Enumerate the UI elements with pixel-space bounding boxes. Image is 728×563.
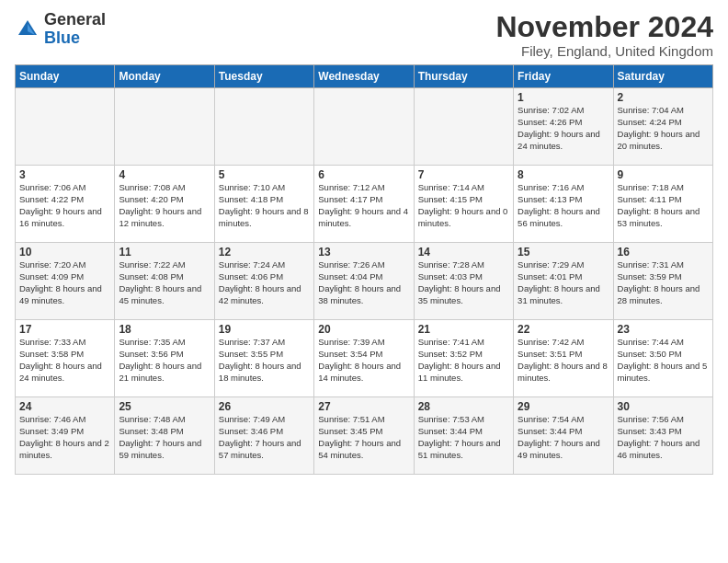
day-number: 22 xyxy=(518,323,609,336)
day-info: Sunrise: 7:18 AM Sunset: 4:11 PM Dayligh… xyxy=(618,182,709,229)
day-info: Sunrise: 7:28 AM Sunset: 4:03 PM Dayligh… xyxy=(418,259,509,306)
day-number: 16 xyxy=(618,246,709,259)
day-number: 12 xyxy=(219,246,310,259)
calendar-cell: 28Sunrise: 7:53 AM Sunset: 3:44 PM Dayli… xyxy=(414,397,513,475)
calendar-week-1: 1Sunrise: 7:02 AM Sunset: 4:26 PM Daylig… xyxy=(16,88,713,166)
calendar-cell: 30Sunrise: 7:56 AM Sunset: 3:43 PM Dayli… xyxy=(613,397,712,475)
calendar-week-5: 24Sunrise: 7:46 AM Sunset: 3:49 PM Dayli… xyxy=(16,397,713,475)
day-info: Sunrise: 7:20 AM Sunset: 4:09 PM Dayligh… xyxy=(19,259,110,306)
day-info: Sunrise: 7:02 AM Sunset: 4:26 PM Dayligh… xyxy=(518,105,609,152)
day-info: Sunrise: 7:48 AM Sunset: 3:48 PM Dayligh… xyxy=(119,414,210,461)
page: General Blue November 2024 Filey, Englan… xyxy=(0,0,728,563)
calendar-cell: 17Sunrise: 7:33 AM Sunset: 3:58 PM Dayli… xyxy=(16,320,115,397)
day-number: 10 xyxy=(19,246,110,259)
header-row: Sunday Monday Tuesday Wednesday Thursday… xyxy=(16,65,713,88)
day-info: Sunrise: 7:22 AM Sunset: 4:08 PM Dayligh… xyxy=(119,259,210,306)
calendar-cell: 10Sunrise: 7:20 AM Sunset: 4:09 PM Dayli… xyxy=(16,243,115,320)
day-info: Sunrise: 7:29 AM Sunset: 4:01 PM Dayligh… xyxy=(518,259,609,306)
day-info: Sunrise: 7:33 AM Sunset: 3:58 PM Dayligh… xyxy=(19,337,110,384)
calendar-cell xyxy=(214,88,313,166)
day-number: 29 xyxy=(518,400,609,413)
day-number: 28 xyxy=(418,400,509,413)
day-number: 1 xyxy=(518,91,609,104)
calendar-cell: 3Sunrise: 7:06 AM Sunset: 4:22 PM Daylig… xyxy=(16,166,115,243)
day-info: Sunrise: 7:49 AM Sunset: 3:46 PM Dayligh… xyxy=(219,414,310,461)
day-number: 7 xyxy=(418,168,509,181)
day-number: 4 xyxy=(119,168,210,181)
day-info: Sunrise: 7:56 AM Sunset: 3:43 PM Dayligh… xyxy=(618,414,709,461)
calendar-cell: 22Sunrise: 7:42 AM Sunset: 3:51 PM Dayli… xyxy=(514,320,613,397)
calendar-cell: 12Sunrise: 7:24 AM Sunset: 4:06 PM Dayli… xyxy=(214,243,313,320)
calendar-cell xyxy=(314,88,414,166)
calendar-cell: 13Sunrise: 7:26 AM Sunset: 4:04 PM Dayli… xyxy=(314,243,414,320)
day-number: 6 xyxy=(318,168,409,181)
day-info: Sunrise: 7:24 AM Sunset: 4:06 PM Dayligh… xyxy=(219,259,310,306)
calendar-cell: 27Sunrise: 7:51 AM Sunset: 3:45 PM Dayli… xyxy=(314,397,414,475)
calendar-cell: 29Sunrise: 7:54 AM Sunset: 3:44 PM Dayli… xyxy=(514,397,613,475)
calendar-cell: 11Sunrise: 7:22 AM Sunset: 4:08 PM Dayli… xyxy=(115,243,214,320)
day-number: 3 xyxy=(19,168,110,181)
day-info: Sunrise: 7:37 AM Sunset: 3:55 PM Dayligh… xyxy=(219,337,310,384)
calendar-cell: 1Sunrise: 7:02 AM Sunset: 4:26 PM Daylig… xyxy=(514,88,613,166)
day-info: Sunrise: 7:08 AM Sunset: 4:20 PM Dayligh… xyxy=(119,182,210,229)
calendar-cell: 7Sunrise: 7:14 AM Sunset: 4:15 PM Daylig… xyxy=(414,166,513,243)
calendar: Sunday Monday Tuesday Wednesday Thursday… xyxy=(15,64,713,475)
logo: General Blue xyxy=(15,11,106,48)
calendar-cell: 9Sunrise: 7:18 AM Sunset: 4:11 PM Daylig… xyxy=(613,166,712,243)
day-number: 2 xyxy=(618,91,709,104)
day-number: 13 xyxy=(318,246,409,259)
calendar-week-2: 3Sunrise: 7:06 AM Sunset: 4:22 PM Daylig… xyxy=(16,166,713,243)
calendar-cell xyxy=(16,88,115,166)
day-info: Sunrise: 7:44 AM Sunset: 3:50 PM Dayligh… xyxy=(618,337,709,384)
calendar-week-3: 10Sunrise: 7:20 AM Sunset: 4:09 PM Dayli… xyxy=(16,243,713,320)
day-info: Sunrise: 7:39 AM Sunset: 3:54 PM Dayligh… xyxy=(318,337,409,384)
logo-blue: Blue xyxy=(44,29,80,47)
month-title: November 2024 xyxy=(495,11,713,43)
day-info: Sunrise: 7:14 AM Sunset: 4:15 PM Dayligh… xyxy=(418,182,509,229)
day-info: Sunrise: 7:35 AM Sunset: 3:56 PM Dayligh… xyxy=(119,337,210,384)
day-number: 19 xyxy=(219,323,310,336)
day-info: Sunrise: 7:31 AM Sunset: 3:59 PM Dayligh… xyxy=(618,259,709,306)
day-number: 30 xyxy=(618,400,709,413)
day-number: 17 xyxy=(19,323,110,336)
calendar-cell: 5Sunrise: 7:10 AM Sunset: 4:18 PM Daylig… xyxy=(214,166,313,243)
calendar-cell: 26Sunrise: 7:49 AM Sunset: 3:46 PM Dayli… xyxy=(214,397,313,475)
calendar-cell: 20Sunrise: 7:39 AM Sunset: 3:54 PM Dayli… xyxy=(314,320,414,397)
logo-text: General Blue xyxy=(44,11,106,48)
day-info: Sunrise: 7:26 AM Sunset: 4:04 PM Dayligh… xyxy=(318,259,409,306)
col-friday: Friday xyxy=(514,65,613,88)
calendar-cell: 8Sunrise: 7:16 AM Sunset: 4:13 PM Daylig… xyxy=(514,166,613,243)
day-number: 18 xyxy=(119,323,210,336)
calendar-cell: 4Sunrise: 7:08 AM Sunset: 4:20 PM Daylig… xyxy=(115,166,214,243)
calendar-cell: 25Sunrise: 7:48 AM Sunset: 3:48 PM Dayli… xyxy=(115,397,214,475)
day-number: 9 xyxy=(618,168,709,181)
calendar-body: 1Sunrise: 7:02 AM Sunset: 4:26 PM Daylig… xyxy=(16,88,713,475)
logo-general: General xyxy=(44,10,106,29)
day-number: 14 xyxy=(418,246,509,259)
day-info: Sunrise: 7:04 AM Sunset: 4:24 PM Dayligh… xyxy=(618,105,709,152)
day-number: 5 xyxy=(219,168,310,181)
col-monday: Monday xyxy=(115,65,214,88)
day-info: Sunrise: 7:06 AM Sunset: 4:22 PM Dayligh… xyxy=(19,182,110,229)
calendar-cell: 2Sunrise: 7:04 AM Sunset: 4:24 PM Daylig… xyxy=(613,88,712,166)
calendar-header: Sunday Monday Tuesday Wednesday Thursday… xyxy=(16,65,713,88)
calendar-cell: 15Sunrise: 7:29 AM Sunset: 4:01 PM Dayli… xyxy=(514,243,613,320)
day-number: 24 xyxy=(19,400,110,413)
calendar-cell xyxy=(414,88,513,166)
calendar-cell: 24Sunrise: 7:46 AM Sunset: 3:49 PM Dayli… xyxy=(16,397,115,475)
day-info: Sunrise: 7:12 AM Sunset: 4:17 PM Dayligh… xyxy=(318,182,409,229)
day-info: Sunrise: 7:41 AM Sunset: 3:52 PM Dayligh… xyxy=(418,337,509,384)
title-block: November 2024 Filey, England, United Kin… xyxy=(495,11,713,59)
day-info: Sunrise: 7:51 AM Sunset: 3:45 PM Dayligh… xyxy=(318,414,409,461)
day-number: 15 xyxy=(518,246,609,259)
day-info: Sunrise: 7:53 AM Sunset: 3:44 PM Dayligh… xyxy=(418,414,509,461)
calendar-cell: 14Sunrise: 7:28 AM Sunset: 4:03 PM Dayli… xyxy=(414,243,513,320)
day-number: 8 xyxy=(518,168,609,181)
day-number: 23 xyxy=(618,323,709,336)
calendar-cell: 21Sunrise: 7:41 AM Sunset: 3:52 PM Dayli… xyxy=(414,320,513,397)
day-number: 21 xyxy=(418,323,509,336)
col-saturday: Saturday xyxy=(613,65,712,88)
day-number: 11 xyxy=(119,246,210,259)
day-info: Sunrise: 7:10 AM Sunset: 4:18 PM Dayligh… xyxy=(219,182,310,229)
day-info: Sunrise: 7:54 AM Sunset: 3:44 PM Dayligh… xyxy=(518,414,609,461)
